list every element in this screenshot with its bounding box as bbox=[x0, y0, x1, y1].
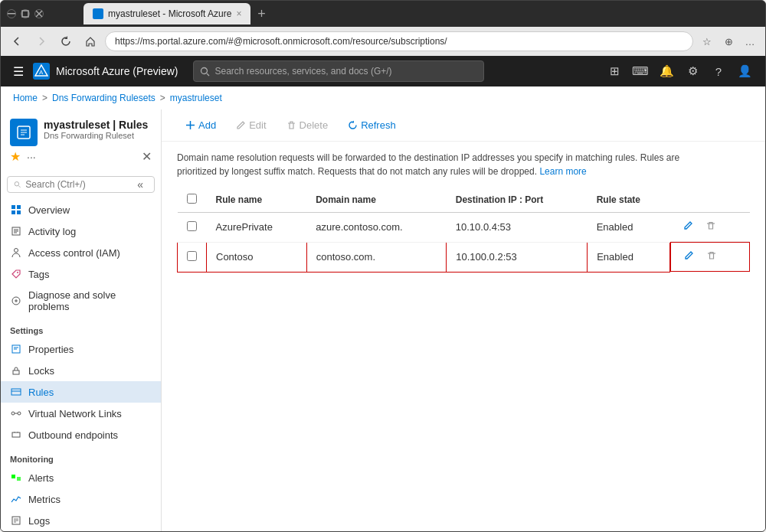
edit-button[interactable]: Edit bbox=[228, 116, 274, 135]
sidebar-item-metrics[interactable]: Metrics bbox=[1, 488, 161, 510]
svg-rect-31 bbox=[12, 432, 20, 437]
settings-icon[interactable]: … bbox=[741, 32, 759, 51]
svg-rect-12 bbox=[17, 205, 21, 209]
sidebar-item-properties[interactable]: Properties bbox=[1, 338, 161, 360]
sidebar-item-access-control[interactable]: Access control (IAM) bbox=[1, 242, 161, 263]
close-window-button[interactable] bbox=[34, 9, 44, 18]
breadcrumb-sep-2: > bbox=[160, 93, 165, 103]
favorites-icon[interactable]: ☆ bbox=[698, 32, 716, 51]
sidebar-item-rules[interactable]: Rules bbox=[1, 381, 161, 403]
breadcrumb-dns-rulesets[interactable]: Dns Forwarding Rulesets bbox=[52, 93, 155, 103]
azure-shell: ☰ A Microsoft Azure (Preview) Search res… bbox=[1, 56, 765, 531]
notifications-icon[interactable]: 🔔 bbox=[655, 60, 678, 83]
svg-rect-26 bbox=[11, 389, 21, 395]
svg-rect-1 bbox=[22, 11, 28, 17]
svg-point-29 bbox=[18, 412, 21, 415]
access-control-icon bbox=[10, 246, 22, 259]
browser-actions: ☆ ⊕ … bbox=[698, 32, 759, 51]
refresh-button[interactable]: Refresh bbox=[339, 116, 404, 135]
sidebar-item-overview[interactable]: Overview bbox=[1, 199, 161, 220]
sidebar-item-label-tags: Tags bbox=[28, 269, 49, 280]
azure-global-search[interactable]: Search resources, services, and docs (G+… bbox=[193, 60, 484, 82]
add-button[interactable]: Add bbox=[177, 116, 224, 135]
row-checkbox-1[interactable] bbox=[187, 221, 197, 231]
more-options-icon[interactable]: ··· bbox=[27, 151, 36, 163]
reload-button[interactable] bbox=[56, 31, 76, 51]
minimize-button[interactable] bbox=[7, 9, 16, 18]
sidebar-search-input[interactable] bbox=[25, 179, 129, 190]
delete-icon bbox=[286, 120, 296, 130]
favorite-star-icon[interactable]: ★ bbox=[10, 149, 21, 164]
select-all-checkbox[interactable] bbox=[187, 194, 197, 204]
user-icon[interactable]: 👤 bbox=[733, 60, 756, 83]
edit-row-1-icon[interactable] bbox=[679, 219, 696, 235]
sidebar-item-locks[interactable]: Locks bbox=[1, 360, 161, 381]
delete-button[interactable]: Delete bbox=[278, 116, 337, 135]
delete-row-2-icon[interactable] bbox=[703, 249, 720, 265]
sidebar-search-icon bbox=[14, 180, 21, 189]
hamburger-menu[interactable]: ☰ bbox=[10, 61, 27, 82]
sidebar-item-diagnose[interactable]: Diagnose and solve problems bbox=[1, 285, 161, 317]
sidebar-item-logs[interactable]: Logs bbox=[1, 510, 161, 531]
sidebar-item-label-metrics: Metrics bbox=[28, 494, 61, 505]
rule-state-cell-1: Enabled bbox=[588, 213, 670, 243]
row-checkbox-cell bbox=[178, 213, 207, 243]
breadcrumb-sep-1: > bbox=[42, 93, 47, 103]
learn-more-link[interactable]: Learn more bbox=[539, 166, 586, 177]
address-input[interactable] bbox=[105, 31, 693, 51]
home-button[interactable] bbox=[80, 31, 100, 51]
sidebar-item-tags[interactable]: Tags bbox=[1, 263, 161, 285]
delete-label: Delete bbox=[300, 119, 329, 131]
forward-button[interactable] bbox=[31, 31, 51, 51]
settings-nav-icon[interactable]: ⚙ bbox=[681, 60, 704, 83]
col-rule-name: Rule name bbox=[207, 188, 307, 213]
azure-search-placeholder: Search resources, services, and docs (G+… bbox=[214, 66, 391, 77]
destination-ip-cell-1: 10.10.0.4:53 bbox=[447, 213, 588, 243]
portal-icon[interactable]: ⊞ bbox=[603, 60, 626, 83]
azure-logo: A Microsoft Azure (Preview) bbox=[33, 63, 178, 80]
back-button[interactable] bbox=[7, 31, 27, 51]
cloud-shell-icon[interactable]: ⌨ bbox=[629, 60, 652, 83]
sidebar-item-label-virtual-network-links: Virtual Network Links bbox=[28, 408, 122, 419]
collapse-sidebar-button[interactable]: « bbox=[134, 177, 146, 192]
help-icon[interactable]: ? bbox=[707, 60, 730, 83]
sidebar-resource-subtitle: Dns Forwarding Ruleset bbox=[44, 131, 152, 140]
sidebar-section-settings: Settings bbox=[1, 317, 161, 338]
row-checkbox-2[interactable] bbox=[187, 251, 197, 261]
sidebar: myastruleset | Rules Dns Forwarding Rule… bbox=[1, 109, 162, 531]
delete-row-1-icon[interactable] bbox=[702, 219, 719, 235]
svg-rect-13 bbox=[11, 211, 15, 214]
sidebar-item-activity-log[interactable]: Activity log bbox=[1, 220, 161, 242]
maximize-button[interactable] bbox=[21, 9, 30, 18]
sidebar-item-virtual-network-links[interactable]: Virtual Network Links bbox=[1, 403, 161, 424]
domain-name-cell-1: azure.contoso.com. bbox=[306, 213, 447, 243]
breadcrumb-home[interactable]: Home bbox=[13, 93, 38, 103]
sidebar-close-icon[interactable]: ✕ bbox=[142, 149, 152, 164]
window-controls bbox=[7, 9, 44, 18]
tab-close-button[interactable]: × bbox=[236, 8, 241, 19]
sidebar-item-label-properties: Properties bbox=[28, 344, 74, 355]
col-rule-state: Rule state bbox=[588, 188, 670, 213]
breadcrumb: Home > Dns Forwarding Rulesets > myastru… bbox=[1, 86, 765, 109]
svg-point-20 bbox=[17, 272, 18, 273]
sidebar-resource-name: myastruleset | Rules bbox=[44, 119, 152, 131]
sidebar-search[interactable]: « bbox=[7, 176, 155, 193]
tab-bar: myastruleset - Microsoft Azure × + bbox=[53, 3, 272, 24]
breadcrumb-current: myastruleset bbox=[170, 93, 222, 103]
sidebar-item-label-rules: Rules bbox=[28, 387, 54, 398]
overview-icon bbox=[10, 204, 22, 216]
sidebar-item-outbound-endpoints[interactable]: Outbound endpoints bbox=[1, 424, 161, 446]
table-body: AzurePrivate azure.contoso.com. 10.10.0.… bbox=[178, 213, 751, 273]
info-text-content: Domain name resolution requests will be … bbox=[177, 152, 679, 177]
new-tab-button[interactable]: + bbox=[250, 3, 272, 24]
extensions-icon[interactable]: ⊕ bbox=[719, 32, 738, 51]
sidebar-item-alerts[interactable]: Alerts bbox=[1, 467, 161, 488]
table-row: AzurePrivate azure.contoso.com. 10.10.0.… bbox=[178, 213, 751, 243]
table-header-row: Rule name Domain name Destination IP : P… bbox=[178, 188, 751, 213]
rules-icon bbox=[10, 386, 22, 398]
sidebar-resource-section: Rules bbox=[119, 119, 148, 131]
edit-row-2-icon[interactable] bbox=[680, 249, 697, 265]
sidebar-section-monitoring: Monitoring bbox=[1, 446, 161, 467]
active-tab[interactable]: myastruleset - Microsoft Azure × bbox=[83, 3, 250, 24]
logs-icon bbox=[10, 514, 22, 527]
